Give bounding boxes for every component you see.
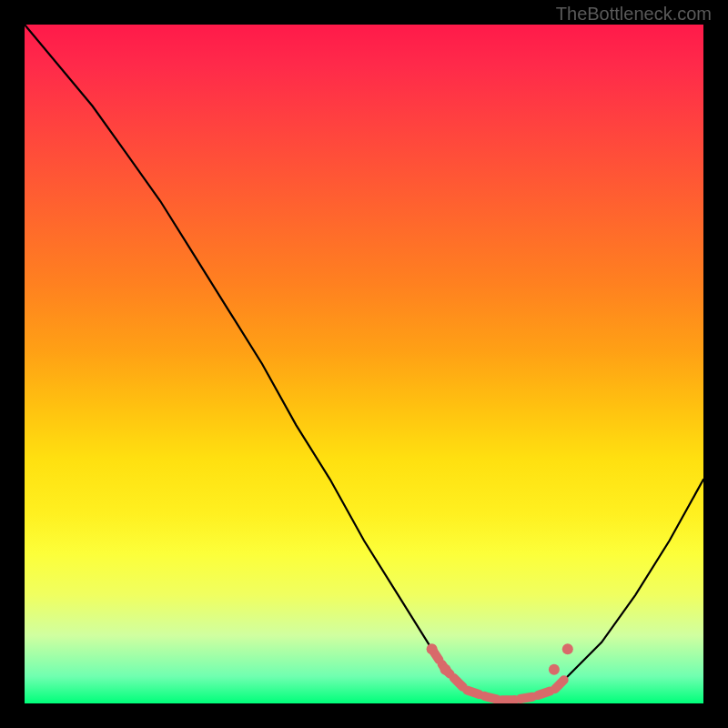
curve-marker: [427, 643, 438, 654]
curve-marker: [562, 643, 573, 654]
optimal-zone-highlight: [432, 649, 568, 700]
bottleneck-curve-line: [25, 25, 703, 700]
chart-svg: [25, 25, 703, 703]
attribution-text: TheBottleneck.com: [556, 4, 712, 25]
chart-plot-area: [25, 25, 703, 703]
curve-marker: [549, 664, 560, 675]
curve-markers: [427, 643, 573, 674]
curve-marker: [440, 664, 451, 675]
